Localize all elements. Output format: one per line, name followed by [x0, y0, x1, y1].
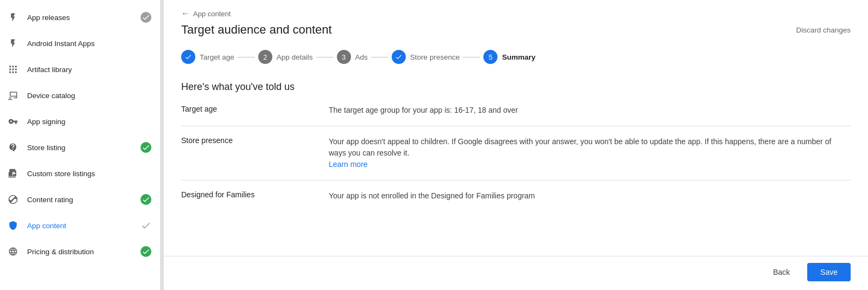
step-app-details[interactable]: 2 App details [258, 50, 313, 64]
sidebar-item-label: Content rating [27, 196, 141, 204]
sidebar-item-app-releases[interactable]: App releases [0, 4, 160, 30]
sidebar-item-label: Artifact library [27, 66, 151, 74]
step-label-target-age: Target age [200, 53, 234, 61]
step-store-presence[interactable]: Store presence [392, 50, 460, 64]
globe-icon [7, 245, 20, 258]
step-label-summary: Summary [502, 53, 535, 61]
sidebar-item-pricing-distribution[interactable]: Pricing & distribution [0, 239, 160, 265]
sidebar-item-store-listing[interactable]: Store listing [0, 134, 160, 160]
step-connector-1 [238, 57, 255, 57]
learn-more-link[interactable]: Learn more [329, 160, 368, 169]
sidebar-item-label: App signing [27, 118, 151, 126]
stepper: Target age 2 App details 3 Ads Store pre… [181, 50, 851, 66]
sidebar-item-android-instant-apps[interactable]: Android Instant Apps [0, 30, 160, 56]
sidebar-item-device-catalog[interactable]: Device catalog [0, 82, 160, 108]
summary-value-store-presence: Your app doesn't appeal to children. If … [329, 136, 851, 170]
main-content: ← App content Target audience and conten… [164, 0, 868, 290]
step-circle-ads: 3 [337, 50, 351, 64]
bolt-icon [7, 37, 20, 50]
sidebar-item-label: Store listing [27, 144, 141, 152]
step-target-age[interactable]: Target age [181, 50, 234, 64]
device-icon [7, 89, 20, 102]
step-connector-2 [316, 57, 334, 57]
step-circle-summary: 5 [483, 50, 497, 64]
summary-row-store-presence: Store presence Your app doesn't appeal t… [181, 126, 851, 181]
sidebar-item-label: Custom store listings [27, 170, 151, 178]
sidebar-item-label: Pricing & distribution [27, 248, 141, 256]
step-connector-3 [371, 57, 388, 57]
back-button[interactable]: Back [762, 263, 801, 281]
summary-value-text: Your app doesn't appeal to children. If … [329, 137, 831, 157]
sidebar-item-custom-store-listings[interactable]: Custom store listings [0, 160, 160, 186]
step-label-app-details: App details [277, 53, 313, 61]
step-connector-4 [463, 57, 480, 57]
key-icon [7, 115, 20, 128]
status-complete-icon [141, 194, 151, 205]
breadcrumb: ← App content [181, 9, 851, 18]
summary-row-designed-families: Designed for Families Your app is not en… [181, 181, 851, 211]
sidebar-item-label: App content [27, 222, 141, 230]
step-summary[interactable]: 5 Summary [483, 50, 535, 64]
sidebar-item-label: App releases [27, 14, 141, 22]
step-label-ads: Ads [355, 53, 368, 61]
discard-changes-link[interactable]: Discard changes [796, 26, 851, 34]
summary-value-designed-families: Your app is not enrolled in the Designed… [329, 190, 851, 202]
back-arrow-icon[interactable]: ← [181, 9, 190, 18]
breadcrumb-text: App content [193, 10, 231, 18]
page-title: Target audience and content [181, 23, 332, 37]
sidebar-item-label: Device catalog [27, 92, 151, 100]
sidebar-item-label: Android Instant Apps [27, 40, 151, 48]
status-check-icon [141, 12, 151, 23]
store2-icon [7, 167, 20, 180]
sidebar-item-content-rating[interactable]: Content rating [0, 186, 160, 212]
lightning-icon [7, 11, 20, 24]
summary-key-target-age: Target age [181, 105, 311, 116]
step-circle-app-details: 2 [258, 50, 272, 64]
save-button[interactable]: Save [807, 263, 851, 281]
step-label-store-presence: Store presence [410, 53, 460, 61]
footer: Back Save [164, 256, 868, 290]
rating-icon [7, 193, 20, 206]
summary-row-target-age: Target age The target age group for your… [181, 95, 851, 126]
summary-value-target-age: The target age group for your app is: 16… [329, 105, 851, 116]
page-header: Target audience and content Discard chan… [181, 23, 851, 37]
step-circle-store-presence [392, 50, 406, 64]
sidebar-item-app-content[interactable]: App content [0, 212, 160, 239]
summary-heading: Here's what you've told us [181, 81, 851, 93]
step-ads[interactable]: 3 Ads [337, 50, 368, 64]
summary-key-store-presence: Store presence [181, 136, 311, 170]
sidebar-item-app-signing[interactable]: App signing [0, 108, 160, 134]
shield-icon [7, 219, 20, 232]
status-complete-icon [141, 246, 151, 257]
summary-section: Target age The target age group for your… [181, 95, 851, 211]
grid-icon [7, 63, 20, 76]
step-circle-target-age [181, 50, 195, 64]
status-complete-icon [141, 142, 151, 153]
store-icon [7, 141, 20, 154]
status-grey-check-icon [141, 220, 151, 231]
summary-key-designed-families: Designed for Families [181, 190, 311, 202]
sidebar-item-artifact-library[interactable]: Artifact library [0, 56, 160, 82]
sidebar: App releases Android Instant Apps Artifa… [0, 0, 161, 290]
